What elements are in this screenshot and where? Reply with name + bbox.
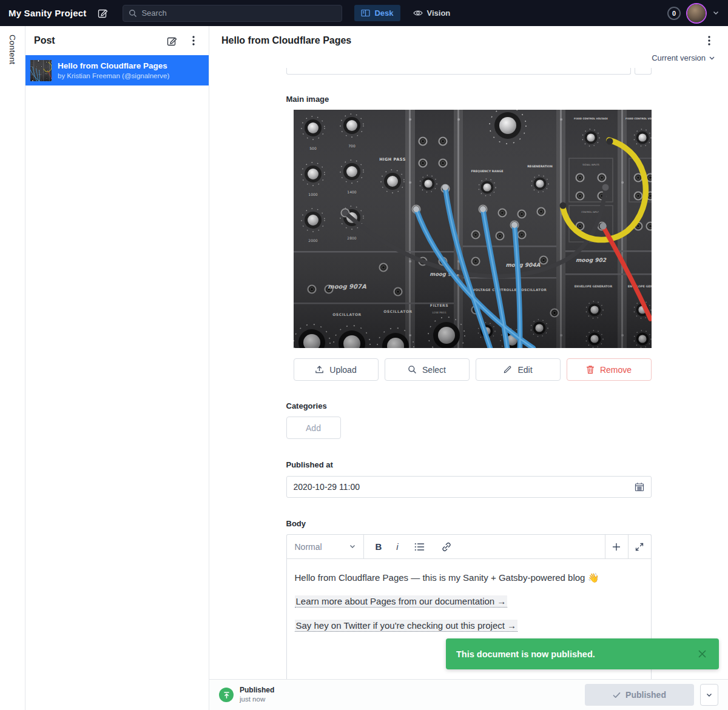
post-thumbnail	[30, 60, 52, 81]
published-status-icon	[219, 688, 234, 702]
top-navbar: My Sanity Project Desk	[0, 0, 728, 26]
tab-vision[interactable]: Vision	[406, 5, 457, 21]
add-category-button[interactable]: Add	[286, 417, 341, 439]
publish-status: Published	[240, 686, 274, 695]
list-item-title: Hello from Cloudflare Pages	[58, 61, 169, 72]
select-button[interactable]: Select	[385, 358, 470, 381]
pencil-icon	[503, 365, 512, 374]
body-paragraph: Hello from Cloudflare Pages — this is my…	[295, 572, 643, 584]
edit-button[interactable]: Edit	[476, 358, 561, 381]
expand-icon	[635, 543, 644, 551]
main-image[interactable]	[294, 110, 652, 348]
image-button-row: Upload Select Edit	[294, 358, 652, 381]
select-label: Select	[422, 365, 446, 375]
post-list-panel: Post Hello from Cloudflare Pages by Kris…	[25, 26, 209, 710]
toast-message: This document is now published.	[456, 649, 695, 659]
search-icon	[408, 365, 417, 374]
list-item-subtitle: by Kristian Freeman (@signalnerve)	[58, 72, 169, 79]
editor-toolbar: Normal B i	[287, 535, 651, 559]
post-panel-menu-button[interactable]	[187, 34, 200, 47]
tasks-count-badge[interactable]: 0	[667, 7, 681, 20]
compose-button[interactable]	[95, 5, 110, 21]
publish-button-label: Published	[625, 690, 666, 700]
version-label: Current version	[652, 53, 706, 62]
upload-icon	[315, 365, 324, 374]
content-rail[interactable]: Content	[0, 26, 25, 710]
bullet-list-button[interactable]	[413, 540, 426, 554]
toast-published: This document is now published.	[446, 638, 719, 669]
slug-generate-partial[interactable]	[635, 68, 652, 75]
published-at-label: Published at	[286, 460, 652, 469]
document-panel: Hello from Cloudflare Pages Current vers…	[209, 26, 728, 710]
document-footer: Published just now Published	[209, 679, 728, 710]
remove-button[interactable]: Remove	[567, 358, 652, 381]
document-menu-button[interactable]	[703, 34, 716, 47]
global-search[interactable]	[123, 5, 342, 22]
main-image-label: Main image	[286, 95, 652, 104]
upload-label: Upload	[329, 365, 356, 375]
close-icon	[698, 649, 707, 658]
tab-vision-label: Vision	[427, 8, 451, 18]
check-icon	[613, 692, 621, 698]
calendar-icon[interactable]	[635, 482, 644, 492]
slug-input-partial[interactable]	[286, 68, 631, 75]
italic-button[interactable]: i	[395, 541, 399, 552]
body-link-twitter[interactable]: Say hey on Twitter if you're checking ou…	[295, 620, 518, 632]
post-panel-header: Post	[25, 26, 209, 55]
publish-time: just now	[240, 695, 274, 703]
document-scroll-area[interactable]: Main image Upload	[209, 68, 728, 679]
eye-icon	[413, 9, 423, 17]
body-link-docs[interactable]: Learn more about Pages from our document…	[295, 595, 508, 608]
insert-block-button[interactable]	[605, 535, 628, 558]
search-input[interactable]	[141, 8, 336, 18]
tool-tabs: Desk Vision	[354, 5, 457, 21]
toast-close-button[interactable]	[695, 648, 709, 661]
search-icon	[129, 9, 137, 18]
tab-desk-label: Desk	[374, 8, 393, 18]
document-header: Hello from Cloudflare Pages Current vers…	[209, 26, 728, 68]
desk-icon	[361, 8, 370, 18]
published-at-field	[286, 476, 652, 498]
style-select[interactable]: Normal	[287, 535, 364, 558]
list-item[interactable]: Hello from Cloudflare Pages by Kristian …	[25, 55, 209, 85]
body-content[interactable]: Hello from Cloudflare Pages — this is my…	[287, 559, 651, 649]
document-title: Hello from Cloudflare Pages	[221, 35, 703, 46]
link-button[interactable]	[440, 540, 453, 554]
body-label: Body	[286, 519, 652, 528]
content-rail-label: Content	[8, 35, 17, 710]
style-select-value: Normal	[295, 542, 322, 552]
publish-button[interactable]: Published	[585, 684, 694, 706]
chevron-down-icon	[706, 693, 712, 697]
plus-icon	[612, 543, 621, 551]
avatar[interactable]	[687, 4, 706, 22]
fullscreen-button[interactable]	[628, 535, 651, 558]
version-selector[interactable]: Current version	[221, 47, 716, 68]
chevron-down-icon[interactable]	[712, 7, 720, 20]
remove-label: Remove	[600, 365, 632, 375]
trash-icon	[586, 365, 595, 374]
published-at-input[interactable]	[294, 482, 630, 492]
project-title: My Sanity Project	[8, 8, 86, 18]
post-panel-title: Post	[34, 35, 157, 46]
categories-label: Categories	[286, 401, 652, 410]
tab-desk[interactable]: Desk	[354, 5, 400, 21]
edit-label: Edit	[517, 365, 532, 375]
upload-button[interactable]: Upload	[294, 358, 379, 381]
chevron-down-icon	[709, 56, 715, 60]
compose-icon	[98, 8, 108, 18]
new-document-button[interactable]	[165, 34, 178, 47]
bold-button[interactable]: B	[376, 541, 382, 552]
main-area: Content Post Hello from Cloudflare Pages…	[0, 26, 728, 710]
chevron-down-icon	[349, 544, 356, 549]
publish-menu-button[interactable]	[700, 684, 718, 706]
slug-field-partial	[286, 68, 652, 75]
